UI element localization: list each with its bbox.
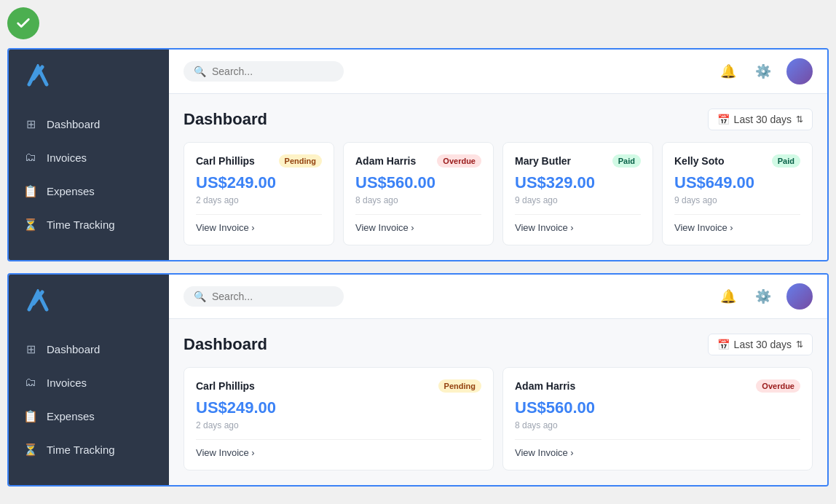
- view-invoice-carl-1[interactable]: View Invoice ›: [196, 222, 322, 233]
- card-divider-carl-2: [196, 439, 481, 440]
- view-invoice-adam-2[interactable]: View Invoice ›: [515, 447, 800, 458]
- time-tracking-icon-2: ⏳: [23, 442, 38, 457]
- dashboard-header-2: Dashboard 📅 Last 30 days ⇅: [184, 334, 813, 355]
- sidebar-logo-2: [9, 289, 169, 333]
- status-badge-carl-1: Pending: [279, 154, 322, 168]
- sidebar-item-dashboard-2[interactable]: ⊞ Dashboard: [9, 333, 169, 365]
- card-date-adam-2: 8 days ago: [515, 420, 800, 430]
- invoice-card-adam-2: Adam Harris Overdue US$560.00 8 days ago…: [502, 367, 813, 470]
- sidebar-label-dashboard-1: Dashboard: [47, 118, 100, 130]
- search-input-1[interactable]: [212, 66, 334, 77]
- main-content-1: 🔍 🔔 ⚙️ Dashboard 📅 Last 30 days ⇅: [169, 50, 827, 260]
- sidebar-item-invoices-2[interactable]: 🗂 Invoices: [9, 366, 169, 398]
- card-divider-carl-1: [196, 214, 322, 215]
- cards-row-2: Carl Phillips Pending US$249.00 2 days a…: [184, 367, 813, 470]
- header-bar-2: 🔍 🔔 ⚙️: [169, 275, 827, 319]
- invoice-card-adam-1: Adam Harris Overdue US$560.00 8 days ago…: [343, 142, 494, 245]
- card-divider-adam-2: [515, 439, 800, 440]
- card-name-carl-1: Carl Phillips: [196, 155, 255, 167]
- view-invoice-mary-1[interactable]: View Invoice ›: [515, 222, 641, 233]
- expenses-icon-1: 📋: [23, 184, 38, 198]
- dashboard-icon-2: ⊞: [23, 342, 38, 356]
- user-avatar-1[interactable]: [786, 58, 813, 84]
- header-bar-1: 🔍 🔔 ⚙️: [169, 50, 827, 94]
- notification-bell-icon-2[interactable]: 🔔: [717, 285, 740, 308]
- chevron-up-down-icon-1: ⇅: [796, 114, 803, 125]
- date-filter-label-1: Last 30 days: [734, 114, 792, 125]
- expenses-icon-2: 📋: [23, 409, 38, 423]
- sidebar-item-expenses-1[interactable]: 📋 Expenses: [9, 175, 169, 207]
- card-date-adam-1: 8 days ago: [355, 195, 481, 205]
- sidebar-label-time-tracking-2: Time Tracking: [47, 444, 115, 456]
- sidebar-item-time-tracking-1[interactable]: ⏳ Time Tracking: [9, 208, 169, 240]
- card-name-mary-1: Mary Butler: [515, 155, 571, 167]
- card-divider-mary-1: [515, 214, 641, 215]
- card-name-adam-2: Adam Harris: [515, 380, 575, 392]
- invoice-card-kelly-1: Kelly Soto Paid US$649.00 9 days ago Vie…: [662, 142, 813, 245]
- sidebar-label-invoices-2: Invoices: [47, 377, 87, 389]
- search-box-1[interactable]: 🔍: [184, 61, 344, 82]
- sidebar-2: ⊞ Dashboard 🗂 Invoices 📋 Expenses ⏳ Time…: [9, 275, 169, 485]
- sidebar-item-expenses-2[interactable]: 📋 Expenses: [9, 400, 169, 432]
- status-badge-adam-1: Overdue: [437, 154, 481, 168]
- date-filter-1[interactable]: 📅 Last 30 days ⇅: [708, 109, 813, 130]
- bottom-labels: ↑ Fixed sidebar width CSDN @星期一研究室: [7, 498, 829, 504]
- sidebar-item-dashboard-1[interactable]: ⊞ Dashboard: [9, 108, 169, 140]
- chevron-up-down-icon-2: ⇅: [796, 339, 803, 350]
- card-date-carl-2: 2 days ago: [196, 420, 481, 430]
- dashboard-icon-1: ⊞: [23, 117, 38, 131]
- invoices-icon-2: 🗂: [23, 375, 38, 390]
- app-frame-1: ⊞ Dashboard 🗂 Invoices 📋 Expenses ⏳ Time…: [7, 48, 829, 261]
- sidebar-label-invoices-1: Invoices: [47, 151, 87, 164]
- dashboard-title-2: Dashboard: [184, 335, 267, 354]
- notification-bell-icon-1[interactable]: 🔔: [717, 60, 740, 83]
- search-input-2[interactable]: [212, 291, 334, 302]
- dashboard-area-2: Dashboard 📅 Last 30 days ⇅ Carl Phillips…: [169, 319, 827, 485]
- settings-gear-icon-1[interactable]: ⚙️: [752, 60, 775, 83]
- date-filter-2[interactable]: 📅 Last 30 days ⇅: [708, 334, 813, 355]
- sidebar-item-invoices-1[interactable]: 🗂 Invoices: [9, 141, 169, 173]
- card-amount-kelly-1: US$649.00: [674, 173, 800, 192]
- sidebar-logo-1: [9, 64, 169, 108]
- sidebar-label-time-tracking-1: Time Tracking: [47, 218, 115, 231]
- main-content-2: 🔍 🔔 ⚙️ Dashboard 📅 Last 30 days ⇅: [169, 275, 827, 485]
- sidebar-nav-2: ⊞ Dashboard 🗂 Invoices 📋 Expenses ⏳ Time…: [9, 333, 169, 465]
- success-check-icon: [7, 7, 39, 39]
- card-divider-adam-1: [355, 214, 481, 215]
- dashboard-title-1: Dashboard: [184, 110, 267, 129]
- card-amount-adam-1: US$560.00: [355, 173, 481, 192]
- card-divider-kelly-1: [674, 214, 800, 215]
- date-filter-label-2: Last 30 days: [734, 339, 792, 350]
- status-badge-adam-2: Overdue: [756, 379, 800, 393]
- user-avatar-2[interactable]: [786, 283, 813, 310]
- card-amount-adam-2: US$560.00: [515, 398, 800, 417]
- sidebar-label-dashboard-2: Dashboard: [47, 343, 100, 355]
- status-badge-carl-2: Pending: [438, 379, 481, 393]
- view-invoice-adam-1[interactable]: View Invoice ›: [355, 222, 481, 233]
- card-amount-mary-1: US$329.00: [515, 173, 641, 192]
- sidebar-item-time-tracking-2[interactable]: ⏳ Time Tracking: [9, 433, 169, 465]
- invoice-card-carl-1: Carl Phillips Pending US$249.00 2 days a…: [184, 142, 334, 245]
- calendar-icon-2: 📅: [717, 339, 730, 350]
- search-icon-1: 🔍: [194, 66, 206, 77]
- card-amount-carl-1: US$249.00: [196, 173, 322, 192]
- header-actions-2: 🔔 ⚙️: [717, 283, 813, 310]
- dashboard-area-1: Dashboard 📅 Last 30 days ⇅ Carl Phillips…: [169, 94, 827, 260]
- cards-row-1: Carl Phillips Pending US$249.00 2 days a…: [184, 142, 813, 245]
- sidebar-1: ⊞ Dashboard 🗂 Invoices 📋 Expenses ⏳ Time…: [9, 50, 169, 260]
- search-box-2[interactable]: 🔍: [184, 286, 344, 307]
- sidebar-nav-1: ⊞ Dashboard 🗂 Invoices 📋 Expenses ⏳ Time…: [9, 108, 169, 240]
- calendar-icon-1: 📅: [717, 114, 730, 125]
- card-date-mary-1: 9 days ago: [515, 195, 641, 205]
- settings-gear-icon-2[interactable]: ⚙️: [752, 285, 775, 308]
- card-amount-carl-2: US$249.00: [196, 398, 481, 417]
- view-invoice-carl-2[interactable]: View Invoice ›: [196, 447, 481, 458]
- sidebar-label-expenses-2: Expenses: [47, 410, 95, 422]
- invoice-card-mary-1: Mary Butler Paid US$329.00 9 days ago Vi…: [502, 142, 653, 245]
- status-badge-mary-1: Paid: [612, 154, 641, 168]
- card-date-carl-1: 2 days ago: [196, 195, 322, 205]
- status-badge-kelly-1: Paid: [772, 154, 800, 168]
- search-icon-2: 🔍: [194, 291, 206, 302]
- view-invoice-kelly-1[interactable]: View Invoice ›: [674, 222, 800, 233]
- card-name-kelly-1: Kelly Soto: [674, 155, 724, 167]
